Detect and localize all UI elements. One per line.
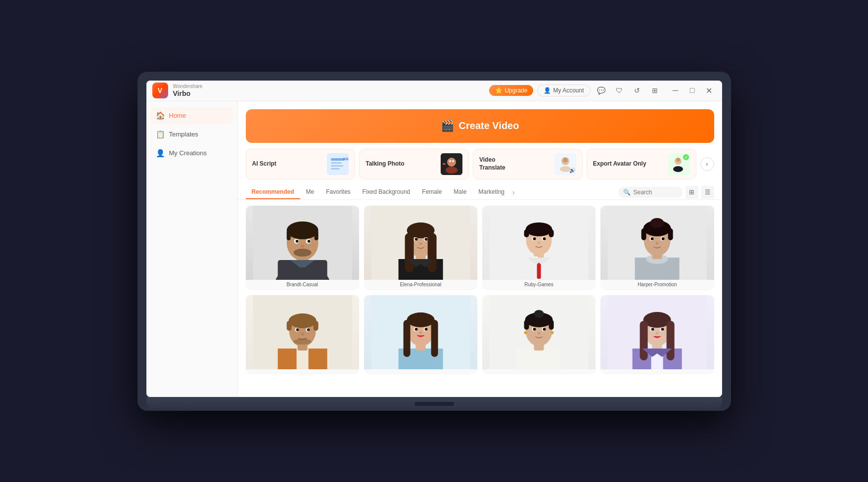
svg-point-115 [533,328,536,331]
filter-tab-me[interactable]: Me [300,185,320,199]
svg-point-9 [449,160,451,162]
svg-point-60 [543,237,546,240]
svg-point-90 [301,333,304,336]
app-logo: V [152,83,168,98]
svg-point-95 [407,312,434,327]
avatar-card-row2c[interactable] [482,295,595,374]
svg-point-116 [543,328,546,331]
svg-rect-11 [443,163,446,165]
svg-point-110 [534,310,544,318]
svg-point-7 [447,158,456,167]
svg-rect-4 [331,168,340,170]
feature-card-talking-photo[interactable]: Talking Photo [359,149,469,179]
my-creations-icon: 👤 [156,149,165,158]
sidebar: 🏠 Home 📋 Templates 👤 My Creations [146,101,238,397]
video-translate-label: VideoTranslate [479,156,505,172]
svg-point-76 [656,242,659,244]
laptop-frame: V Wondershare Virbo ⭐ Upgrade 👤 My Accou… [137,72,731,411]
avatar-card-row2a[interactable] [246,295,359,374]
svg-point-36 [300,245,304,248]
avatar-label-row2d [600,369,714,374]
upgrade-star-icon: ⭐ [495,87,503,94]
feature-card-ai-script[interactable]: AI Script ABC [246,149,356,179]
filter-tab-male[interactable]: Male [448,185,472,199]
svg-point-100 [414,328,417,331]
export-avatar-thumb: ✓ [668,153,690,175]
minimize-button[interactable]: ─ [669,84,683,97]
close-button[interactable]: ✕ [702,84,716,97]
svg-rect-55 [524,229,529,237]
svg-point-28 [286,221,318,239]
carousel-arrow-icon: › [706,161,708,168]
svg-point-102 [419,331,422,334]
filter-tab-female[interactable]: Female [416,185,448,199]
svg-point-48 [419,242,422,245]
feature-card-video-translate[interactable]: VideoTranslate 🔊 [473,149,583,179]
avatar-card-harper[interactable]: Harper-Promotion [600,206,714,290]
sidebar-item-home[interactable]: 🏠 Home [150,107,233,124]
svg-rect-70 [668,228,673,240]
svg-point-47 [424,238,427,241]
avatar-label-elena: Elena-Professional [364,280,477,290]
avatar-card-ruby[interactable]: Ruby-Games [482,206,595,290]
svg-point-10 [452,160,454,162]
svg-rect-42 [427,233,436,272]
filter-tab-fixed-background[interactable]: Fixed Background [357,185,416,199]
create-video-banner[interactable]: 🎬 Create Video [246,109,714,143]
view-toggle-list-button[interactable]: ☰ [701,186,714,199]
search-icon: 🔍 [623,189,631,196]
filter-tab-marketing[interactable]: Marketing [472,185,510,199]
export-avatar-label: Export Avatar Only [593,160,646,168]
svg-rect-2 [331,162,342,164]
avatar-card-row2d[interactable] [600,295,714,374]
main-layout: 🏠 Home 📋 Templates 👤 My Creations 🎬 Crea [146,101,722,397]
svg-rect-29 [286,230,290,240]
avatar-label-row2b [364,369,477,374]
app-window: V Wondershare Virbo ⭐ Upgrade 👤 My Accou… [146,81,722,397]
templates-icon: 📋 [156,130,165,139]
svg-point-89 [307,328,310,331]
my-account-button[interactable]: 👤 My Account [537,85,590,96]
filter-more-button[interactable]: › [510,185,517,199]
feature-cards-row: AI Script ABC [238,149,722,185]
svg-point-112 [551,331,554,334]
avatar-card-elena[interactable]: Elena-Professional [364,206,477,290]
sidebar-templates-label: Templates [169,131,198,138]
avatar-img-row2a [246,295,359,369]
svg-point-34 [307,240,310,243]
svg-point-129 [661,328,664,331]
sidebar-item-my-creations[interactable]: 👤 My Creations [150,145,233,162]
filter-tab-recommended[interactable]: Recommended [246,185,300,199]
chat-icon-button[interactable]: 💬 [594,84,608,97]
svg-rect-69 [641,228,646,240]
avatar-label-brandt: Brandt-Casual [246,280,359,290]
refresh-icon-button[interactable]: ↺ [630,84,644,97]
avatar-label-harper: Harper-Promotion [600,280,714,290]
feature-card-export-avatar[interactable]: Export Avatar Only ✓ [587,149,696,179]
home-icon: 🏠 [156,111,165,120]
upgrade-button[interactable]: ⭐ Upgrade [489,85,533,96]
svg-point-54 [526,222,552,236]
title-bar-actions: ⭐ Upgrade 👤 My Account 💬 🛡 ↺ ⊞ ─ □ ✕ [489,84,716,97]
grid-icon-button[interactable]: ⊞ [648,84,662,97]
view-toggle-grid-button[interactable]: ⊞ [685,186,698,199]
filter-tab-favorites[interactable]: Favorites [320,185,356,199]
svg-point-8 [446,167,457,174]
carousel-next-button[interactable]: › [700,157,714,171]
shield-icon-button[interactable]: 🛡 [612,84,626,97]
avatar-label-row2a [246,369,359,374]
svg-rect-108 [524,320,529,330]
svg-point-111 [524,331,527,334]
svg-rect-84 [313,321,318,331]
filter-tabs: Recommended Me Favorites Fixed Backgroun… [238,185,722,200]
svg-point-19 [673,166,683,172]
sidebar-item-templates[interactable]: 📋 Templates [150,126,233,143]
avatar-img-row2b [364,295,477,369]
maximize-button[interactable]: □ [685,84,699,97]
avatar-img-elena [364,206,477,280]
svg-rect-124 [640,321,648,360]
search-input[interactable] [634,189,678,196]
avatar-card-row2b[interactable] [364,295,477,374]
svg-rect-96 [403,320,410,357]
avatar-card-brandt[interactable]: Brandt-Casual [246,206,359,290]
